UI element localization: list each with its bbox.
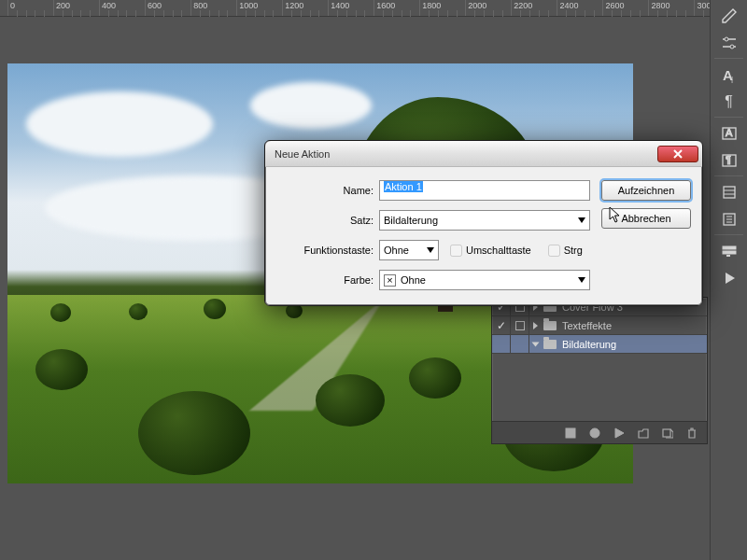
layers-panel-icon[interactable] <box>716 208 742 231</box>
new-action-dialog: Neue Aktion Name: Aktion 1 Satz: Bildalt… <box>264 140 703 306</box>
trash-icon[interactable] <box>686 427 698 439</box>
character-panel-icon[interactable]: A| <box>716 63 742 86</box>
paragraph-styles-icon[interactable]: ¶ <box>716 149 742 172</box>
adjustments-icon[interactable] <box>716 32 742 54</box>
paragraph-panel-icon[interactable]: ¶ <box>716 91 742 113</box>
play-icon[interactable] <box>716 267 742 289</box>
actions-set-row[interactable]: Bildalterung <box>492 335 707 354</box>
svg-rect-12 <box>663 429 670 437</box>
folder-icon <box>543 340 557 349</box>
set-label: Satz: <box>276 215 379 226</box>
actions-panel-footer <box>492 421 707 443</box>
new-set-icon[interactable] <box>638 427 649 439</box>
set-combobox[interactable]: Bildalterung <box>379 210 590 231</box>
action-set-label: Bildalterung <box>562 339 616 350</box>
right-panel-strip: A| ¶ A ¶ <box>710 0 747 560</box>
svg-text:¶: ¶ <box>726 154 731 165</box>
toggle-checkbox[interactable] <box>492 335 511 354</box>
record-button[interactable]: Aufzeichnen <box>601 180 691 201</box>
color-label: Farbe: <box>276 274 379 286</box>
action-set-label: Texteffekte <box>562 320 612 331</box>
horizontal-ruler: 0200400600800100012001400160018002000220… <box>0 0 710 17</box>
new-action-icon[interactable] <box>662 427 673 439</box>
record-icon[interactable] <box>589 427 600 439</box>
shift-checkbox[interactable]: Umschalttaste <box>450 245 537 257</box>
play-action-icon[interactable] <box>613 427 625 439</box>
fkey-combobox[interactable]: Ohne <box>379 240 439 260</box>
cancel-button[interactable]: Abbrechen <box>601 208 691 229</box>
color-combobox[interactable]: ×Ohne <box>379 270 590 290</box>
dialog-title-text: Neue Aktion <box>275 148 330 160</box>
name-input[interactable]: Aktion 1 <box>379 180 590 201</box>
svg-rect-6 <box>724 187 735 198</box>
folder-icon <box>543 321 557 330</box>
dialog-titlebar[interactable]: Neue Aktion <box>265 141 702 167</box>
brush-presets-icon[interactable] <box>716 5 742 27</box>
actions-panel-icon[interactable] <box>716 240 742 262</box>
fkey-label: Funktionstaste: <box>276 245 379 256</box>
svg-point-11 <box>590 428 599 438</box>
disclosure-triangle-icon[interactable] <box>532 342 540 346</box>
dialog-toggle[interactable] <box>511 335 529 354</box>
dialog-toggle[interactable] <box>511 316 529 335</box>
ctrl-checkbox[interactable]: Strg <box>548 245 588 257</box>
history-panel-icon[interactable] <box>716 181 742 203</box>
toggle-checkbox[interactable] <box>492 316 511 335</box>
svg-rect-9 <box>723 251 736 254</box>
svg-rect-10 <box>566 428 575 438</box>
name-label: Name: <box>276 185 379 196</box>
svg-text:A: A <box>726 127 733 138</box>
svg-point-1 <box>730 45 734 49</box>
actions-set-row[interactable]: Texteffekte <box>492 316 707 335</box>
disclosure-triangle-icon[interactable] <box>533 322 538 329</box>
stop-icon[interactable] <box>565 427 576 439</box>
dialog-close-button[interactable] <box>657 146 698 162</box>
character-styles-icon[interactable]: A <box>716 122 742 145</box>
svg-rect-8 <box>723 246 736 249</box>
actions-panel: Cover Flow 3TexteffekteBildalterung <box>491 297 708 444</box>
svg-point-0 <box>725 37 728 41</box>
